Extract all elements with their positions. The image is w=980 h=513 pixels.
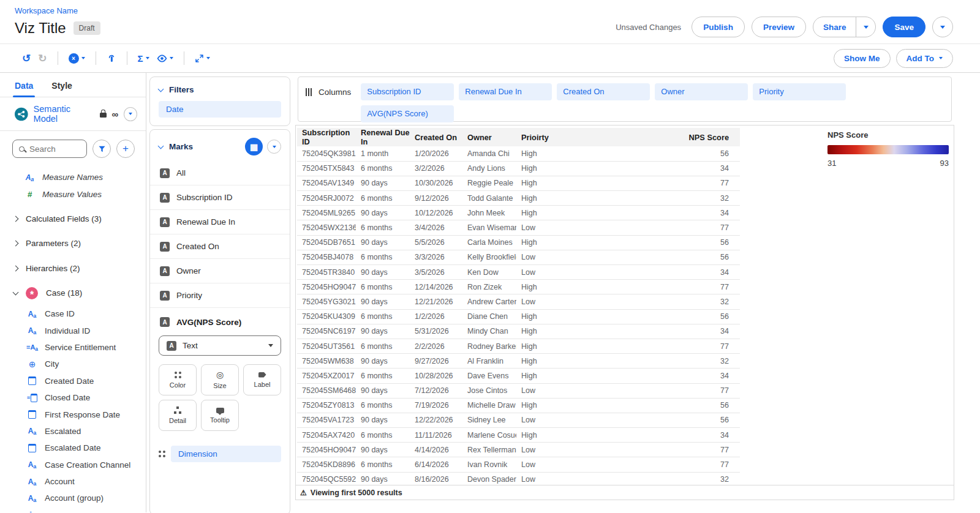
column-header[interactable]: Subscription ID: [297, 128, 356, 146]
subscription-id-link[interactable]: 752045UT3561: [297, 339, 356, 353]
column-pill[interactable]: Owner: [655, 83, 748, 100]
subscription-id-link[interactable]: 752045XZ0017: [297, 369, 356, 383]
tab-data[interactable]: Data: [15, 81, 33, 97]
subscription-id-link[interactable]: 752045TR3840: [297, 265, 356, 280]
marks-card-item[interactable]: Created On: [150, 234, 290, 259]
undo-button[interactable]: ↺: [22, 53, 31, 64]
column-header[interactable]: Renewal Due In: [356, 128, 410, 146]
column-header[interactable]: NPS Score: [590, 128, 740, 146]
field-item[interactable]: Escalated: [0, 423, 146, 440]
subscription-id-link[interactable]: 752045AX7420: [297, 428, 356, 443]
search-box[interactable]: [12, 140, 87, 158]
subscription-id-link[interactable]: 752045WX2136: [297, 220, 356, 235]
subscription-id-link[interactable]: 752045ZY0813: [297, 398, 356, 413]
preview-button[interactable]: Preview: [752, 17, 806, 37]
field-item[interactable]: Closed Date: [0, 389, 146, 406]
column-header[interactable]: Created On: [410, 128, 462, 146]
marks-header[interactable]: Marks ▦: [150, 130, 290, 161]
model-options-dropdown-button[interactable]: [124, 107, 137, 121]
fit-button[interactable]: [195, 54, 210, 63]
field-item[interactable]: Escalated Date: [0, 440, 146, 456]
column-pill[interactable]: Priority: [753, 83, 846, 100]
field-item[interactable]: Case Creation Channel: [0, 457, 146, 473]
save-button[interactable]: Save: [883, 17, 925, 37]
column-pill[interactable]: AVG(NPS Score): [361, 105, 454, 122]
field-item[interactable]: Case ID: [0, 305, 146, 322]
subscription-id-link[interactable]: 752045VA1723: [297, 413, 356, 427]
share-button[interactable]: Share: [813, 17, 876, 37]
field-item[interactable]: Individual ID: [0, 322, 146, 339]
marks-card-item[interactable]: Subscription ID: [150, 185, 290, 210]
field-section-collapsed[interactable]: Calculated Fields (3): [0, 206, 146, 231]
add-to-button[interactable]: Add To: [896, 49, 953, 68]
field-section-collapsed[interactable]: Parameters (2): [0, 231, 146, 256]
field-item[interactable]: First Response Date: [0, 406, 146, 422]
tooltip-button[interactable]: Tooltip: [201, 400, 239, 431]
marks-card-item[interactable]: Renewal Due In: [150, 210, 290, 234]
search-input[interactable]: [29, 144, 72, 154]
subscription-id-link[interactable]: 752045WM638: [297, 354, 356, 369]
subscription-id-link[interactable]: 752045RJ0072: [297, 191, 356, 206]
priority-cell: Low: [516, 220, 590, 235]
subscription-id-link[interactable]: 752045KD8896: [297, 457, 356, 472]
tab-style[interactable]: Style: [51, 81, 72, 97]
table-view-toggle-button[interactable]: ▦: [245, 138, 263, 155]
marks-card-item[interactable]: Priority: [150, 283, 290, 308]
share-button-label[interactable]: Share: [813, 17, 856, 37]
column-pill[interactable]: Subscription ID: [361, 83, 454, 100]
measure-field-item[interactable]: Measure Names: [0, 169, 146, 186]
semantic-model-link[interactable]: Semantic Model: [34, 104, 94, 124]
field-item[interactable]: Status: [0, 507, 146, 512]
field-section-collapsed[interactable]: Hierarchies (2): [0, 256, 146, 281]
subscription-id-link[interactable]: 752045NC6197: [297, 324, 356, 339]
table-row: 752045HO9047 6 months 12/14/2026 Ron Ziz…: [297, 280, 740, 294]
mark-type-select[interactable]: Text: [159, 335, 281, 356]
redo-button[interactable]: ↻: [38, 53, 47, 64]
field-item[interactable]: Service Entitlement: [0, 339, 146, 356]
field-item[interactable]: Created Date: [0, 373, 146, 389]
subscription-id-link[interactable]: 752045HO9047: [297, 280, 356, 294]
marks-card-active[interactable]: AVG(NPS Score): [150, 308, 290, 329]
column-pill[interactable]: Created On: [557, 83, 650, 100]
share-dropdown-button[interactable]: [856, 17, 875, 37]
save-options-dropdown-button[interactable]: [932, 17, 953, 37]
field-item[interactable]: Account (group): [0, 490, 146, 506]
subscription-id-link[interactable]: 752045AV1349: [297, 176, 356, 190]
subscription-id-link[interactable]: 752045QK3981: [297, 146, 356, 161]
label-button[interactable]: Label: [243, 364, 281, 395]
filter-fields-button[interactable]: [92, 140, 111, 158]
subscription-id-link[interactable]: 752045YG3021: [297, 294, 356, 309]
color-button[interactable]: Color: [159, 364, 197, 395]
add-field-button[interactable]: +: [116, 140, 135, 158]
subscription-id-link[interactable]: 752045HO9047: [297, 443, 356, 457]
workspace-breadcrumb[interactable]: Workspace Name: [15, 6, 78, 15]
marks-card-item[interactable]: Owner: [150, 259, 290, 283]
detail-button[interactable]: Detail: [159, 400, 197, 431]
highlight-button[interactable]: [107, 53, 116, 63]
view-toggle-button[interactable]: [157, 53, 173, 64]
subscription-id-link[interactable]: 752045ML9265: [297, 206, 356, 220]
column-pill[interactable]: Renewal Due In: [459, 83, 552, 100]
subscription-id-link[interactable]: 752045DB7651: [297, 235, 356, 250]
field-section-case[interactable]: Case (18): [0, 281, 146, 306]
size-button[interactable]: ◎ Size: [201, 364, 239, 395]
publish-button[interactable]: Publish: [692, 17, 745, 37]
show-me-button[interactable]: Show Me: [834, 49, 891, 68]
field-item[interactable]: Account: [0, 473, 146, 490]
clear-button[interactable]: ×: [69, 53, 85, 64]
subscription-id-link[interactable]: 752045KU4309: [297, 309, 356, 324]
marks-options-dropdown-button[interactable]: [267, 140, 281, 154]
totals-button[interactable]: Σ: [138, 53, 149, 64]
table-row: 752045QK3981 1 month 1/20/2026 Amanda Ch…: [297, 146, 740, 161]
filter-pill[interactable]: Date: [159, 101, 281, 118]
column-header[interactable]: Prioirty: [516, 128, 590, 146]
dimension-pill[interactable]: Dimension: [171, 446, 281, 462]
subscription-id-link[interactable]: 752045SM6468: [297, 383, 356, 398]
marks-card-item[interactable]: All: [150, 161, 290, 185]
subscription-id-link[interactable]: 752045BJ4078: [297, 250, 356, 264]
column-header[interactable]: Owner: [462, 128, 516, 146]
field-item[interactable]: City: [0, 356, 146, 372]
subscription-id-link[interactable]: 752045TX5843: [297, 161, 356, 176]
measure-field-item[interactable]: Measure Values: [0, 186, 146, 203]
filters-header[interactable]: Filters: [150, 77, 290, 100]
